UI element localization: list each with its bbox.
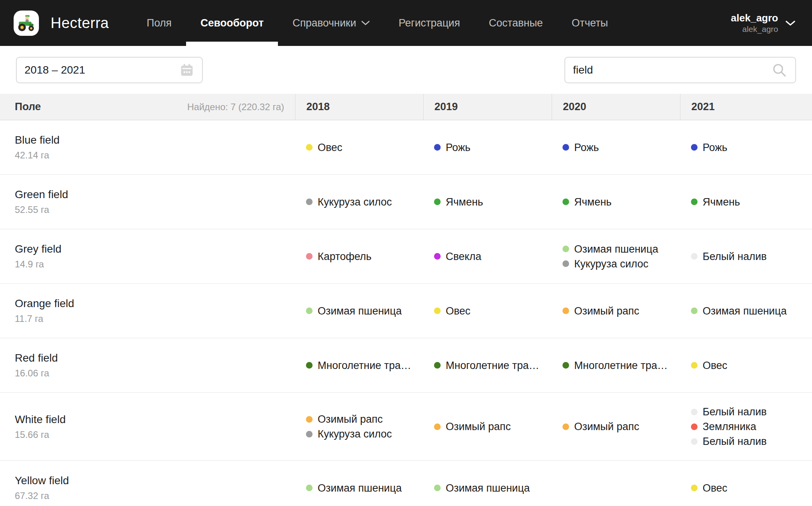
chevron-down-icon xyxy=(361,20,370,26)
field-area: 16.06 га xyxy=(15,368,295,379)
crop-label: Многолетние тра… xyxy=(446,359,539,372)
crop-label: Многолетние тра… xyxy=(318,359,411,372)
crop-color-dot xyxy=(434,253,441,260)
date-range-input[interactable] xyxy=(25,64,179,76)
crop-color-dot xyxy=(562,260,569,267)
year-cell: Овес xyxy=(680,359,812,372)
year-header-2021[interactable]: 2021 xyxy=(680,94,812,120)
crop-item: Рожь xyxy=(434,141,552,154)
crop-color-dot xyxy=(691,307,698,314)
field-cell: Blue field 42.14 га xyxy=(0,134,295,161)
crop-item: Белый налив xyxy=(691,250,812,263)
year-cell: Озимый рапс xyxy=(423,420,552,433)
crop-item: Картофель xyxy=(306,250,423,263)
crop-item: Озимая пшеница xyxy=(562,242,680,256)
crop-color-dot xyxy=(691,423,698,430)
table-header-row: Поле Найдено: 7 (220.32 га) 2018 2019 20… xyxy=(0,94,812,120)
crop-color-dot xyxy=(306,431,313,437)
crop-color-dot xyxy=(691,485,698,491)
year-cell: Свекла xyxy=(423,250,552,263)
crop-color-dot xyxy=(434,199,441,205)
crop-item: Озимая пшеница xyxy=(306,481,423,495)
year-header-2020[interactable]: 2020 xyxy=(552,94,680,120)
field-name: White field xyxy=(15,413,295,426)
crop-item: Кукуруза силос xyxy=(306,427,423,441)
crop-item: Озимый рапс xyxy=(562,420,680,433)
year-cell: Белый наливЗемляникаБелый налив xyxy=(680,405,812,448)
field-area: 14.9 га xyxy=(15,259,295,270)
crop-label: Озимая пшеница xyxy=(703,304,787,318)
table-row[interactable]: Orange field 11.7 га Озимая пшеница Овес… xyxy=(0,284,812,338)
crop-item: Земляника xyxy=(691,420,812,433)
field-cell: White field 15.66 га xyxy=(0,413,295,440)
field-area: 11.7 га xyxy=(15,313,295,324)
nav-item[interactable]: Отчеты xyxy=(557,0,622,46)
year-cell: Многолетние тра… xyxy=(552,359,680,372)
crop-color-dot xyxy=(562,307,569,314)
table-row[interactable]: Blue field 42.14 га Овес Рожь Рожь Рожь xyxy=(0,120,812,175)
crop-item: Кукуруза силос xyxy=(306,195,423,209)
filter-bar xyxy=(0,46,812,94)
crop-color-dot xyxy=(562,246,569,252)
table-row[interactable]: Green field 52.55 га Кукуруза силос Ячме… xyxy=(0,175,812,229)
search-icon[interactable] xyxy=(771,62,787,78)
crop-label: Рожь xyxy=(446,141,471,154)
nav-item[interactable]: Регистрация xyxy=(384,0,475,46)
crop-label: Овес xyxy=(446,304,471,318)
nav-item-label: Севооборот xyxy=(200,17,264,29)
crop-color-dot xyxy=(306,362,313,369)
field-name: Red field xyxy=(15,352,295,364)
field-cell: Grey field 14.9 га xyxy=(0,243,295,270)
user-names: alek_agro alek_agro xyxy=(731,12,778,34)
crop-label: Картофель xyxy=(318,250,371,263)
year-cell: Ячмень xyxy=(552,195,680,209)
crop-item: Многолетние тра… xyxy=(562,359,680,372)
crop-color-dot xyxy=(562,199,569,205)
crop-color-dot xyxy=(691,144,698,151)
table-row[interactable]: Yellow field 67.32 га Озимая пшеница Ози… xyxy=(0,461,812,506)
crop-item: Кукуруза силос xyxy=(562,257,680,271)
nav-item-label: Поля xyxy=(147,17,172,29)
crop-label: Озимая пшеница xyxy=(574,242,658,256)
found-summary: Найдено: 7 (220.32 га) xyxy=(187,102,284,112)
calendar-icon[interactable] xyxy=(179,63,194,77)
nav-item-label: Отчеты xyxy=(572,17,608,29)
crop-item: Озимый рапс xyxy=(434,420,552,433)
search-input[interactable] xyxy=(573,64,771,76)
nav-item[interactable]: Составные xyxy=(475,0,557,46)
nav-item[interactable]: Справочники xyxy=(278,0,384,46)
table-row[interactable]: Grey field 14.9 га Картофель Свекла Озим… xyxy=(0,229,812,284)
crop-color-dot xyxy=(562,362,569,369)
date-range-picker[interactable] xyxy=(16,57,203,83)
crop-color-dot xyxy=(691,409,698,415)
crop-item: Ячмень xyxy=(562,195,680,209)
search-box[interactable] xyxy=(564,57,796,83)
brand-title: Hecterra xyxy=(51,15,109,32)
app-logo[interactable] xyxy=(14,11,39,36)
field-column-header: Поле Найдено: 7 (220.32 га) xyxy=(0,94,295,120)
crop-label: Многолетние тра… xyxy=(574,359,668,372)
nav-item[interactable]: Севооборот xyxy=(186,0,278,46)
user-account: alek_agro xyxy=(742,24,778,34)
crop-item: Озимый рапс xyxy=(306,413,423,426)
year-cell: Озимая пшеница xyxy=(680,304,812,318)
year-header-2019[interactable]: 2019 xyxy=(423,94,552,120)
field-name: Grey field xyxy=(15,243,295,255)
table-row[interactable]: Red field 16.06 га Многолетние тра… Мног… xyxy=(0,338,812,393)
crop-item: Свекла xyxy=(434,250,552,263)
crop-item: Озимая пшеница xyxy=(306,304,423,318)
nav-item[interactable]: Поля xyxy=(132,0,186,46)
user-name: alek_agro xyxy=(731,12,778,24)
crop-item: Овес xyxy=(691,359,812,372)
crop-color-dot xyxy=(434,144,441,151)
year-cell: Рожь xyxy=(423,141,552,154)
crop-label: Рожь xyxy=(703,141,728,154)
table-row[interactable]: White field 15.66 га Озимый рапсКукуруза… xyxy=(0,393,812,461)
crop-label: Озимая пшеница xyxy=(318,304,402,318)
year-cell: Озимый рапс xyxy=(552,304,680,318)
user-menu[interactable]: alek_agro alek_agro xyxy=(731,12,796,34)
nav-item-label: Регистрация xyxy=(399,17,460,29)
year-header-2018[interactable]: 2018 xyxy=(295,94,423,120)
crop-item: Рожь xyxy=(562,141,680,154)
year-cell: Многолетние тра… xyxy=(295,359,423,372)
